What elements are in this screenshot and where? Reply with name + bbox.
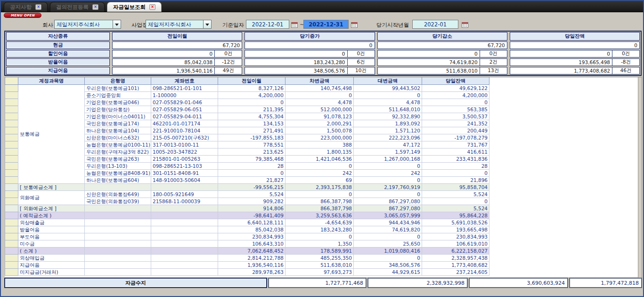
asset-amount-cell[interactable]: 67,720	[112, 41, 242, 49]
asset-amount-cell[interactable]: 1,936,540,11649건	[112, 67, 242, 74]
balance-cell[interactable]: 237,214,605	[422, 269, 489, 276]
row-indicator[interactable]	[5, 255, 18, 262]
debit-amount-cell[interactable]: 140,745,498	[285, 85, 354, 92]
prev-balance-cell[interactable]: -99,556,215	[218, 184, 285, 191]
asset-amount-cell[interactable]: 183,243,2806건	[245, 58, 375, 66]
bank-name-cell[interactable]: 우리은행(13-103)	[85, 163, 151, 170]
prev-balance-cell[interactable]: 7,062,648,452	[218, 248, 285, 255]
debit-amount-cell[interactable]: 866,387,798	[285, 198, 354, 205]
account-number-cell[interactable]	[151, 262, 218, 269]
bank-name-cell[interactable]	[85, 205, 151, 212]
credit-amount-cell[interactable]: 44,929,615	[354, 269, 422, 276]
account-group-cell[interactable]: 외상매입금	[18, 255, 85, 262]
debit-amount-cell[interactable]: 0	[285, 233, 354, 240]
balance-cell[interactable]: 3,500,537	[422, 113, 489, 120]
account-group-cell[interactable]: 받을어음	[18, 226, 85, 233]
calendar-icon[interactable]	[291, 21, 298, 30]
credit-amount-cell[interactable]: 242	[354, 170, 422, 177]
bank-name-cell[interactable]	[85, 184, 151, 191]
account-number-cell[interactable]: 027-055829-04-011	[151, 113, 218, 120]
credit-amount-cell[interactable]: 47,172	[354, 141, 422, 148]
bank-name-cell[interactable]	[85, 248, 151, 255]
bank-name-cell[interactable]: 우리은행(보통예금101)	[85, 85, 151, 92]
balance-cell[interactable]: 416,611	[422, 148, 489, 156]
debit-amount-cell[interactable]: 69	[285, 177, 354, 184]
row-indicator[interactable]	[5, 219, 18, 226]
credit-amount-cell[interactable]: 2,197,760,919	[354, 184, 422, 191]
debit-amount-cell[interactable]: 2,393,175,838	[285, 184, 354, 191]
debit-amount-cell[interactable]: 91,078,123	[285, 113, 354, 120]
account-number-cell[interactable]	[151, 240, 218, 248]
account-group-cell[interactable]: 부도어음	[18, 233, 85, 240]
row-indicator[interactable]	[5, 85, 18, 92]
tab-fund-daily-report[interactable]: 자금일보조회 ×	[107, 2, 162, 12]
site-select[interactable]: 제일저지주식회사	[146, 20, 212, 29]
asset-amount-cell[interactable]: 00건	[377, 50, 507, 58]
credit-amount-cell[interactable]: 0	[354, 233, 422, 240]
account-group-cell[interactable]: 미수금	[18, 240, 85, 248]
debit-amount-cell[interactable]: 1,350	[285, 240, 354, 248]
close-icon[interactable]: ×	[35, 4, 41, 10]
credit-amount-cell[interactable]: 0	[354, 255, 422, 262]
account-number-cell[interactable]: 180-005-921649	[151, 191, 218, 198]
prev-balance-cell[interactable]: 211,395	[218, 106, 285, 113]
bank-name-cell[interactable]: 국민은행(외화통장039)	[85, 198, 151, 205]
bank-name-cell[interactable]: 기업은행(보통예금046)	[85, 99, 151, 106]
bank-name-cell[interactable]	[85, 240, 151, 248]
credit-amount-cell[interactable]: 944,434,946	[354, 219, 422, 226]
credit-amount-cell[interactable]: 867,297,080	[354, 205, 422, 212]
balance-cell[interactable]: 0	[422, 99, 489, 106]
bank-name-cell[interactable]: 하나은행(보통예금604)	[85, 177, 151, 184]
debit-amount-cell[interactable]: 2,000,291	[285, 120, 354, 127]
prev-balance-cell[interactable]: 4,755,304	[218, 113, 285, 120]
balance-cell[interactable]: 563,385	[422, 106, 489, 113]
debit-amount-cell[interactable]: 4,478	[285, 99, 354, 106]
prev-balance-cell[interactable]: 79,385,468	[218, 156, 285, 163]
credit-amount-cell[interactable]: 348,506,576	[354, 262, 422, 269]
bank-name-cell[interactable]	[85, 226, 151, 233]
asset-amount-cell[interactable]: 74,619,8202건	[377, 58, 507, 66]
balance-cell[interactable]: 1,773,408,682	[422, 262, 489, 269]
bank-name-cell[interactable]: 우리은행(구매자금3억 822)	[85, 148, 151, 156]
account-number-cell[interactable]: 1-100000	[151, 92, 218, 99]
asset-amount-cell[interactable]: 511,638,01013건	[377, 67, 507, 74]
balance-cell[interactable]: 230,834,993	[422, 233, 489, 240]
chevron-down-icon[interactable]	[203, 20, 211, 28]
account-number-cell[interactable]	[151, 205, 218, 212]
prev-balance-cell[interactable]: 85,042,038	[218, 226, 285, 233]
row-indicator[interactable]	[5, 248, 18, 255]
vertical-scrollbar[interactable]	[638, 77, 642, 288]
prev-balance-cell[interactable]: 289,978,263	[218, 269, 285, 276]
credit-amount-cell[interactable]: 1,597,149	[354, 148, 422, 156]
bank-name-cell[interactable]	[85, 262, 151, 269]
credit-amount-cell[interactable]: 222,223,096	[354, 134, 422, 141]
balance-cell[interactable]: 2,328,957,438	[422, 255, 489, 262]
account-group-cell[interactable]: 보통예금	[18, 85, 85, 184]
company-select[interactable]: 제일저지주식회사	[54, 20, 121, 29]
debit-amount-cell[interactable]: 512,000,000	[285, 106, 354, 113]
credit-amount-cell[interactable]: 1,571,120	[354, 127, 422, 134]
account-number-cell[interactable]: 098-286521-13-103	[151, 163, 218, 170]
debit-amount-cell[interactable]: 3,259,563,636	[285, 212, 354, 219]
account-number-cell[interactable]	[151, 248, 218, 255]
balance-cell[interactable]: 5,524	[422, 205, 489, 212]
prev-balance-cell[interactable]: 909,282	[218, 198, 285, 205]
account-number-cell[interactable]: 221-910010-78104	[151, 127, 218, 134]
prev-balance-cell[interactable]: 106,643,310	[218, 240, 285, 248]
row-indicator[interactable]	[5, 148, 18, 156]
debit-amount-cell[interactable]: 97,693,273	[285, 269, 354, 276]
asset-amount-cell[interactable]: 00건	[245, 50, 375, 58]
credit-amount-cell[interactable]: 25,650	[354, 240, 422, 248]
debit-amount-cell[interactable]: -4,654,639	[285, 219, 354, 226]
close-icon[interactable]: ×	[92, 4, 98, 10]
bank-name-cell[interactable]: 국민은행(보통예금263)	[85, 156, 151, 163]
account-group-cell[interactable]: ( 예적금소계 )	[18, 212, 85, 219]
prev-balance-cell[interactable]: 2,814,212,788	[218, 255, 285, 262]
debit-amount-cell[interactable]: 1,800,135	[285, 148, 354, 156]
account-group-cell[interactable]: 지급어음	[18, 262, 85, 269]
balance-cell[interactable]: 233,431,836	[422, 156, 489, 163]
account-number-cell[interactable]: 148-910003-50604	[151, 177, 218, 184]
debit-amount-cell[interactable]: 1,421,046,536	[285, 156, 354, 163]
credit-amount-cell[interactable]: 1,893,092	[354, 120, 422, 127]
account-number-cell[interactable]: 027-055829-06-051	[151, 106, 218, 113]
